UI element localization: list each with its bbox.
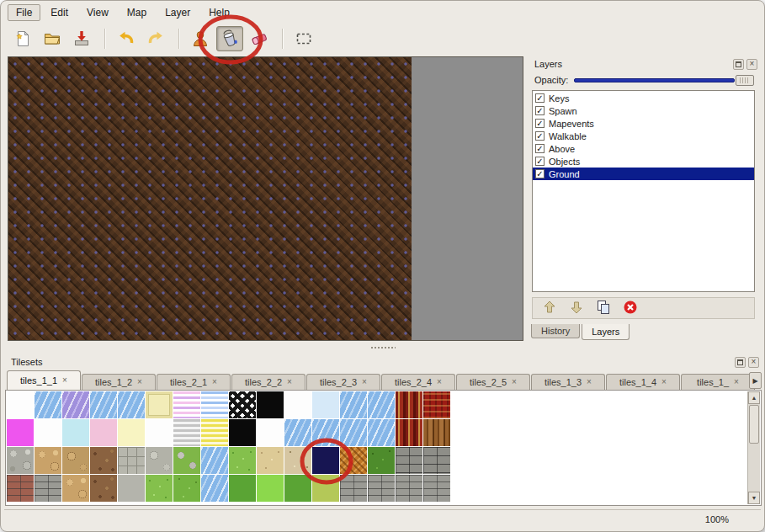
tile-greenbright[interactable] xyxy=(257,475,284,502)
close-tab-icon[interactable]: × xyxy=(734,378,739,386)
redo-button[interactable] xyxy=(142,26,169,51)
layer-row-walkable[interactable]: ✓Walkable xyxy=(533,130,754,142)
tile-grassdark[interactable] xyxy=(368,447,395,474)
tileset-tab-tiles_2_1[interactable]: tiles_2_1× xyxy=(157,374,231,390)
tileset-tab-tiles_1_[interactable]: tiles_1_× xyxy=(681,374,755,390)
delete-layer-button[interactable] xyxy=(622,299,639,318)
layer-visibility-checkbox[interactable]: ✓ xyxy=(535,169,545,178)
close-panel-button[interactable]: × xyxy=(748,357,759,368)
tile-water[interactable] xyxy=(118,391,145,418)
tile-water[interactable] xyxy=(201,475,228,502)
layer-row-mapevents[interactable]: ✓Mapevents xyxy=(533,117,754,130)
close-tab-icon[interactable]: × xyxy=(437,378,442,386)
tile-cobble[interactable] xyxy=(7,447,34,474)
menu-edit[interactable]: Edit xyxy=(42,4,77,21)
menu-help[interactable]: Help xyxy=(200,4,238,21)
close-tab-icon[interactable]: × xyxy=(287,378,292,386)
select-button[interactable] xyxy=(290,26,317,51)
panel-tab-layers[interactable]: Layers xyxy=(582,324,630,340)
tile-black[interactable] xyxy=(257,391,284,418)
tile-white[interactable] xyxy=(284,391,311,418)
tile-column[interactable] xyxy=(396,419,422,446)
tileset-tab-tiles_1_4[interactable]: tiles_1_4× xyxy=(606,374,680,390)
tile-brickgray[interactable] xyxy=(423,475,450,502)
vscrollbar-track[interactable] xyxy=(748,444,760,492)
tile-cyanp[interactable] xyxy=(62,419,89,446)
close-tab-icon[interactable]: × xyxy=(512,378,517,386)
layer-row-keys[interactable]: ✓Keys xyxy=(533,92,754,104)
tile-green[interactable] xyxy=(284,475,311,502)
tileset-tab-tiles_2_5[interactable]: tiles_2_5× xyxy=(456,374,530,390)
menu-map[interactable]: Map xyxy=(119,4,155,21)
tile-stripep[interactable] xyxy=(173,391,200,418)
tile-weave[interactable] xyxy=(340,447,367,474)
scroll-tabs-right-button[interactable]: ▶ xyxy=(749,372,762,389)
tile-carpet[interactable] xyxy=(423,391,450,418)
fill-button[interactable] xyxy=(216,26,243,51)
splitter-handle[interactable] xyxy=(4,344,761,351)
layer-visibility-checkbox[interactable]: ✓ xyxy=(535,93,545,103)
tile-white[interactable] xyxy=(35,419,61,446)
tile-stripeb[interactable] xyxy=(201,391,228,418)
tile-water[interactable] xyxy=(312,419,339,446)
tile-water[interactable] xyxy=(368,419,395,446)
tile-grass[interactable] xyxy=(229,447,256,474)
tile-check[interactable] xyxy=(229,391,256,418)
tile-white[interactable] xyxy=(257,419,284,446)
tileset-tab-tiles_2_2[interactable]: tiles_2_2× xyxy=(231,374,305,390)
layer-row-above[interactable]: ✓Above xyxy=(533,142,754,155)
tile-speckle[interactable] xyxy=(284,447,311,474)
close-panel-button[interactable]: × xyxy=(746,59,757,70)
menu-view[interactable]: View xyxy=(78,4,117,21)
lower-layer-button[interactable] xyxy=(568,299,585,318)
open-button[interactable] xyxy=(39,26,66,51)
tile-brickgray[interactable] xyxy=(340,475,367,502)
close-tab-icon[interactable]: × xyxy=(137,378,142,386)
stamp-button[interactable] xyxy=(187,26,214,51)
close-tab-icon[interactable]: × xyxy=(212,378,217,386)
tile-black[interactable] xyxy=(229,419,256,446)
tile-water[interactable] xyxy=(90,391,117,418)
undo-button[interactable] xyxy=(113,26,140,51)
raise-layer-button[interactable] xyxy=(541,299,558,318)
vscrollbar-thumb[interactable] xyxy=(749,405,759,444)
tile-grassstone[interactable] xyxy=(173,447,200,474)
layer-visibility-checkbox[interactable]: ✓ xyxy=(535,106,545,115)
new-button[interactable] xyxy=(9,26,36,51)
tile-wall[interactable] xyxy=(423,447,450,474)
float-panel-button[interactable] xyxy=(733,59,744,70)
tile-water[interactable] xyxy=(368,391,395,418)
tile-graytile[interactable] xyxy=(118,475,145,502)
tile-water[interactable] xyxy=(340,419,367,446)
scroll-down-button[interactable]: ▼ xyxy=(748,492,760,504)
layer-row-ground[interactable]: ✓Ground xyxy=(533,168,754,180)
tile-water[interactable] xyxy=(284,419,311,446)
tile-brickred[interactable] xyxy=(7,475,34,502)
tile-path[interactable] xyxy=(118,447,145,474)
layer-row-objects[interactable]: ✓Objects xyxy=(533,155,754,168)
tile-bluepale[interactable] xyxy=(312,391,339,418)
tile-waterp[interactable] xyxy=(62,391,89,418)
layer-visibility-checkbox[interactable]: ✓ xyxy=(535,144,545,153)
close-tab-icon[interactable]: × xyxy=(362,378,367,386)
tile-wood[interactable] xyxy=(423,419,450,446)
tileset-tab-tiles_1_2[interactable]: tiles_1_2× xyxy=(82,374,156,390)
layer-visibility-checkbox[interactable]: ✓ xyxy=(535,131,545,141)
duplicate-layer-button[interactable] xyxy=(595,299,612,318)
scroll-up-button[interactable]: ▲ xyxy=(748,391,760,404)
tile-stonetan[interactable] xyxy=(35,447,61,474)
tile-navy[interactable] xyxy=(312,447,339,474)
tileset-tab-tiles_1_1[interactable]: tiles_1_1× xyxy=(7,370,81,390)
float-panel-button[interactable] xyxy=(735,357,746,368)
opacity-slider[interactable] xyxy=(574,75,754,86)
tile-stripeg[interactable] xyxy=(173,419,200,446)
tile-dirt[interactable] xyxy=(90,475,117,502)
close-tab-icon[interactable]: × xyxy=(62,376,67,385)
tile-green[interactable] xyxy=(229,475,256,502)
tileset-tab-tiles_2_3[interactable]: tiles_2_3× xyxy=(306,374,380,390)
tile-cream[interactable] xyxy=(146,391,173,418)
layer-visibility-checkbox[interactable]: ✓ xyxy=(535,119,545,128)
menu-layer[interactable]: Layer xyxy=(157,4,199,21)
layer-row-spawn[interactable]: ✓Spawn xyxy=(533,104,754,117)
tile-sand[interactable] xyxy=(257,447,284,474)
